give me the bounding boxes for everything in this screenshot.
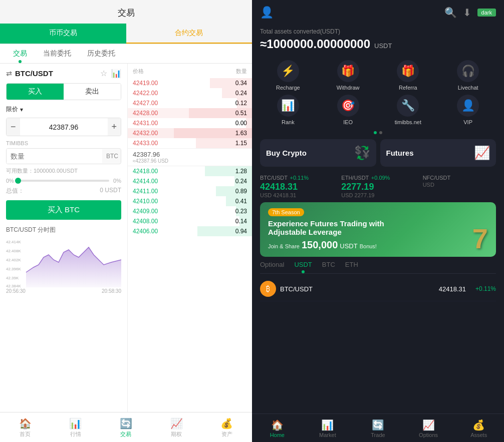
nav-options[interactable]: 📈 期权 [151,415,202,440]
table-row[interactable]: 42409.00 0.23 [128,206,252,216]
price-increase-button[interactable]: + [108,118,121,136]
tab-futures-trading[interactable]: 合约交易 [126,24,253,44]
market-tab-optional[interactable]: Optional [260,261,284,270]
dot-1[interactable] [374,131,377,134]
user-avatar-icon[interactable]: 👤 [260,6,274,19]
promo-banner[interactable]: 7th Season Experience Futures Trading wi… [260,202,496,257]
tab-spot-trading[interactable]: 币币交易 [0,24,126,44]
price-input[interactable] [20,123,108,131]
ticker-eth-usd: USD 2277.19 [341,192,414,198]
buy-btc-button[interactable]: 买入 BTC [6,200,121,220]
table-row[interactable]: 42432.00 1.63 [128,128,252,138]
nav-r-market[interactable]: 📊 Market [303,417,353,440]
func-grid: ⚡ Recharge 🎁 Withdraw 🎁 Referra 🎧 Livech… [252,56,504,129]
sell-tab[interactable]: 卖出 [64,84,121,100]
table-row[interactable]: 42411.00 0.89 [128,186,252,196]
ob-header: 价格 数量 [128,68,252,78]
table-row[interactable]: 42419.00 0.34 [128,78,252,88]
nav-market[interactable]: 📊 行情 [51,415,101,440]
func-rank[interactable]: 📊 Rank [260,95,316,125]
table-row[interactable]: 42433.00 1.15 [128,138,252,148]
list-item[interactable]: ₿ BTC/USDT 42418.31 +0.11% [260,277,496,301]
recharge-icon: ⚡ [277,60,299,82]
market-list: ₿ BTC/USDT 42418.31 +0.11% [260,277,496,301]
price-decrease-button[interactable]: − [7,118,20,136]
limit-arrow-icon[interactable]: ▾ [20,106,23,113]
slider-bar[interactable] [18,180,109,182]
nav-r-home[interactable]: 🏠 Home [252,417,303,440]
func-livechat-label: Livechat [458,85,478,91]
table-row[interactable]: 42427.00 0.12 [128,98,252,108]
table-row[interactable]: 42406.00 0.94 [128,226,252,236]
assets-section: Total assets converted(USDT) ≈1000000.00… [252,25,504,56]
ticker-btc[interactable]: BTC/USDT +0.11% 42418.31 USD 42418.31 [260,173,333,198]
right-panel: 👤 🔍 ⬇ dark Total assets converted(USDT) … [252,0,504,442]
func-vip[interactable]: 👤 VIP [440,95,496,125]
market-tab-btc[interactable]: BTC [322,261,335,270]
table-row[interactable]: 42414.00 0.24 [128,176,252,186]
subtab-history-orders[interactable]: 历史委托 [79,44,123,63]
pct-left: 0% [6,178,14,184]
table-row[interactable]: 42422.00 0.24 [128,88,252,98]
futures-label: Futures [386,149,414,157]
rank-icon: 📊 [277,95,299,117]
market-tab-eth[interactable]: ETH [345,261,358,270]
ticker-eth[interactable]: ETH/USDT +0.09% 2277.19 USD 2277.19 [341,173,414,198]
star-icon[interactable]: ☆ [100,69,107,78]
table-row[interactable]: 42410.00 0.41 [128,196,252,206]
func-livechat[interactable]: 🎧 Livechat [440,60,496,91]
market-icon-r: 📊 [321,419,334,431]
buy-tab[interactable]: 买入 [7,84,64,100]
qty-input[interactable] [7,149,102,164]
ticker-nfc[interactable]: NFC/USDT USD [423,173,496,198]
nav-r-home-label: Home [270,432,285,438]
assets-value: ≈1000000.00000000 USDT [260,37,496,51]
subtab-current-orders[interactable]: 当前委托 [35,44,79,63]
ticker-btc-pair: BTC/USDT +0.11% [260,173,333,182]
buy-orders: 42418.00 1.28 42414.00 0.24 42411.00 0.8… [128,166,252,236]
nav-assets[interactable]: 💰 资产 [201,415,252,440]
buy-crypto-icon: 💱 [354,145,370,161]
func-referral[interactable]: 🎁 Referra [380,60,436,91]
assets-icon-r: 💰 [472,419,485,431]
dot-2[interactable] [379,131,382,134]
func-recharge-label: Recharge [276,85,300,91]
func-ieo[interactable]: 🎯 IEO [320,95,376,125]
chart-area: 42.414K 42.408K 42.402K 42.396K 42.39K 4… [6,237,121,287]
table-row[interactable]: 42418.00 1.28 [128,166,252,176]
func-vip-label: VIP [463,119,472,125]
trade-icon: 🔄 [120,417,132,429]
func-withdraw[interactable]: 🎁 Withdraw [320,60,376,91]
nav-home[interactable]: 🏠 首页 [0,415,51,440]
nav-r-assets[interactable]: 💰 Assets [453,417,504,440]
slider-thumb[interactable] [15,178,21,184]
nav-trade[interactable]: 🔄 交易 [101,415,151,440]
func-timibbs[interactable]: 🔧 timibbs.net [380,95,436,125]
func-timibbs-label: timibbs.net [395,119,421,125]
referral-icon: 🎁 [397,60,419,82]
func-recharge[interactable]: ⚡ Recharge [260,60,316,91]
table-row[interactable]: 42431.00 0.00 [128,118,252,128]
futures-card[interactable]: Futures 📈 [380,139,496,167]
ticker-eth-pair: ETH/USDT +0.09% [341,173,414,182]
table-row[interactable]: 42408.00 0.14 [128,216,252,226]
right-header: 👤 🔍 ⬇ dark [252,0,504,25]
limit-label: 限价 [6,105,18,114]
table-row[interactable]: 42428.00 0.51 [128,108,252,118]
banner-amount-row: Join & Share 150,000 USDT Bonus! [268,239,488,251]
subtab-trade[interactable]: 交易 [5,44,35,63]
ob-price-header: 价格 [133,68,144,75]
search-icon[interactable]: 🔍 [444,7,457,19]
pair-icons: ☆ 📊 [100,69,121,78]
nav-r-options[interactable]: 📈 Options [403,417,454,440]
market-tab-usdt[interactable]: USDT [294,261,312,270]
nav-r-trade[interactable]: 🔄 Trade [353,417,403,440]
dark-mode-badge[interactable]: dark [477,9,496,17]
pair-header: ⇄ BTC/USDT ☆ 📊 [6,69,121,78]
download-icon[interactable]: ⬇ [463,7,471,19]
chart-icon[interactable]: 📊 [111,69,121,78]
buy-sell-tabs: 买入 卖出 [6,83,121,100]
svg-text:42.396K: 42.396K [6,267,21,271]
sell-orders: 42419.00 0.34 42422.00 0.24 42427.00 0.1… [128,78,252,148]
buy-crypto-card[interactable]: Buy Crypto 💱 [260,139,376,167]
